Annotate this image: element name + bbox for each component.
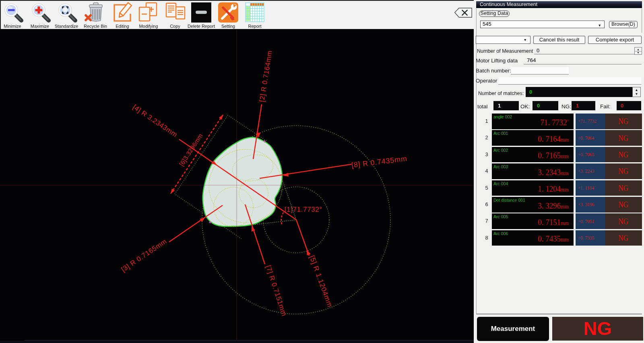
svg-text:[1]71.7732°: [1]71.7732° [285,206,322,213]
